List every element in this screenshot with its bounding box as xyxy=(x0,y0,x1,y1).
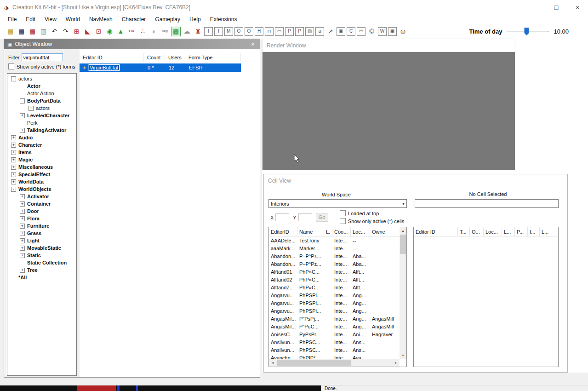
filter-input[interactable] xyxy=(22,53,63,61)
column-header-count[interactable]: Count xyxy=(144,53,165,62)
cell-row[interactable]: Abandon...P–P°P±...Inte...Aba... xyxy=(269,260,400,268)
object-list-selected-row[interactable]: ✶ VirginButtTat 0 * 12 EFSH xyxy=(80,63,241,72)
cell-row[interactable]: aaaMark...Marker ...Inte...-- xyxy=(269,244,400,252)
tree-item-talkingactivator[interactable]: +TalkingActivator xyxy=(7,126,76,134)
maximize-button[interactable]: □ xyxy=(546,0,567,15)
small-box-icon[interactable]: ▭ xyxy=(275,27,284,36)
tree-item-magic[interactable]: +Magic xyxy=(7,156,76,163)
snap-to-reference-icon[interactable]: ⊡ xyxy=(94,27,103,36)
cell-row[interactable]: AngasMil...P"PsPj...Inte...Ang...AngasMi… xyxy=(269,315,400,322)
column-header-form-type[interactable]: Form Type xyxy=(185,53,241,62)
menu-help[interactable]: Help xyxy=(185,15,206,23)
tree-item-actor[interactable]: Actor xyxy=(7,82,76,90)
cell-row[interactable]: Angarvu...PhPSPi...Inte...Ang... xyxy=(269,307,400,315)
expand-icon[interactable]: + xyxy=(20,209,25,214)
menu-character[interactable]: Character xyxy=(117,15,151,23)
copyright-icon[interactable]: © xyxy=(367,27,377,36)
column-header-editor-id[interactable]: Editor ID xyxy=(414,227,458,236)
column-header-t[interactable]: T... xyxy=(458,227,470,236)
tree-item-character[interactable]: +Character xyxy=(7,141,76,149)
filter-f1-icon[interactable]: f xyxy=(204,27,213,36)
close-button[interactable]: × xyxy=(567,0,588,15)
cells-vertical-scrollbar[interactable]: ▴ ▾ xyxy=(400,227,406,359)
menu-file[interactable]: File xyxy=(3,15,21,23)
expand-icon[interactable]: + xyxy=(11,172,16,177)
snap-to-angle-icon[interactable]: ◣ xyxy=(83,27,92,36)
time-of-day-slider[interactable] xyxy=(507,27,549,36)
menu-gameplay[interactable]: Gameplay xyxy=(150,15,185,23)
world-space-dropdown[interactable]: Interiors ▾ xyxy=(268,199,407,208)
menu-world[interactable]: World xyxy=(61,15,85,23)
expand-icon[interactable]: + xyxy=(20,128,25,133)
cell-row[interactable]: AlftandZ...PhP»C...Inte...Alft... xyxy=(269,283,400,291)
expand-icon[interactable]: + xyxy=(11,150,16,155)
tree-item-actors[interactable]: -actors xyxy=(7,75,76,82)
tree-item-perk[interactable]: Perk xyxy=(7,119,76,126)
go-button[interactable]: Go xyxy=(316,213,328,222)
box4-icon[interactable]: ▣ xyxy=(388,27,397,36)
version-control-icon[interactable]: ▦ xyxy=(28,27,37,36)
tree-item-movablestatic[interactable]: +MovableStatic xyxy=(7,244,76,252)
menu-edit[interactable]: Edit xyxy=(21,15,40,23)
marker-icon[interactable]: ♀ xyxy=(149,27,159,36)
column-header-l[interactable]: L... xyxy=(502,227,515,236)
tree-item-actor-action[interactable]: Actor Action xyxy=(7,90,76,97)
cell-row[interactable]: Alftand01PhP»C...Inte...Alft... xyxy=(269,268,400,276)
slider-thumb[interactable] xyxy=(524,28,529,35)
o1-icon[interactable]: O xyxy=(234,27,243,36)
column-header-editorid[interactable]: EditorID xyxy=(269,227,297,236)
cells-horizontal-scrollbar[interactable]: ◂ ▸ xyxy=(269,359,400,367)
collapse-icon[interactable]: - xyxy=(11,76,16,81)
collapse-icon[interactable]: - xyxy=(11,187,16,192)
expand-icon[interactable]: + xyxy=(20,224,25,229)
expand-icon[interactable]: + xyxy=(20,238,25,243)
cell-row[interactable]: Abandon...P–P°P±...Inte...Aba... xyxy=(269,252,400,260)
expand-icon[interactable]: + xyxy=(11,165,16,170)
tree-item-flora[interactable]: +Flora xyxy=(7,215,76,222)
column-header-l[interactable]: L. xyxy=(324,227,332,236)
tree-item-items[interactable]: +Items xyxy=(7,149,76,156)
column-header-name[interactable]: Name xyxy=(297,227,324,236)
scroll-right-icon[interactable]: ▸ xyxy=(392,361,400,365)
tree-item-furniture[interactable]: +Furniture xyxy=(7,222,76,230)
expand-icon[interactable]: + xyxy=(20,268,25,273)
scroll-left-icon[interactable]: ◂ xyxy=(269,361,276,365)
expand-icon[interactable]: + xyxy=(20,216,25,221)
box3-icon[interactable]: ▭ xyxy=(357,27,365,36)
tree-item-grass[interactable]: +Grass xyxy=(7,230,76,237)
tree-item-specialeffect[interactable]: +SpecialEffect xyxy=(7,171,76,178)
tree-item-worldobjects[interactable]: -WorldObjects xyxy=(7,185,76,193)
cell-row[interactable]: Ansilvun...PhPSC...Inte...Ans... xyxy=(269,346,400,354)
minimize-button[interactable]: – xyxy=(525,0,546,15)
tree-item-tree[interactable]: +Tree xyxy=(7,266,76,274)
filter-f2-icon[interactable]: f xyxy=(214,27,223,36)
cell-row[interactable]: Avanchn...PhPIP°...Inte...Ava... xyxy=(269,354,400,359)
column-header-loc[interactable]: Loc... xyxy=(484,227,502,236)
tree-item-worlddata[interactable]: +WorldData xyxy=(7,178,76,185)
render-viewport[interactable] xyxy=(263,52,515,170)
editor-id-edit-box[interactable]: VirginButtTat xyxy=(88,64,120,71)
cell-row[interactable]: Alftand02PhP»C...Inte...Alft... xyxy=(269,276,400,283)
w-icon[interactable]: W xyxy=(378,27,387,36)
collapse-icon[interactable]: - xyxy=(20,98,25,104)
expand-icon[interactable]: + xyxy=(20,194,25,199)
show-active-cells-checkbox[interactable] xyxy=(340,218,346,224)
animate-lights-icon[interactable]: ∴ xyxy=(138,27,148,36)
tree-item-static-collection[interactable]: Static Collection xyxy=(7,259,76,266)
column-header-owne[interactable]: Owne xyxy=(370,227,400,236)
object-window-titlebar[interactable]: ▣ Object Window × xyxy=(4,39,260,49)
expand-icon[interactable]: + xyxy=(20,113,25,118)
tree-item-container[interactable]: +Container xyxy=(7,200,76,207)
sky-icon[interactable]: sky xyxy=(160,27,170,36)
tree-item-audio[interactable]: +Audio xyxy=(7,134,76,141)
cell-row[interactable]: AAADele...TestTonyInte...-- xyxy=(269,236,400,244)
x-hatch-icon[interactable]: ▨ xyxy=(305,27,314,36)
expand-icon[interactable]: + xyxy=(20,253,25,258)
cell-row[interactable]: AngasMil...P"PuC...Inte...Ang...AngasMil… xyxy=(269,322,400,330)
open-icon[interactable]: ▤ xyxy=(6,27,15,36)
havok-sim-icon[interactable]: HK xyxy=(127,27,137,36)
scroll-up-icon[interactable]: ▴ xyxy=(400,227,406,234)
m-circle-icon[interactable]: M xyxy=(224,27,233,36)
scrollbar-thumb[interactable] xyxy=(400,235,406,254)
scrollbar-thumb[interactable] xyxy=(277,360,351,366)
